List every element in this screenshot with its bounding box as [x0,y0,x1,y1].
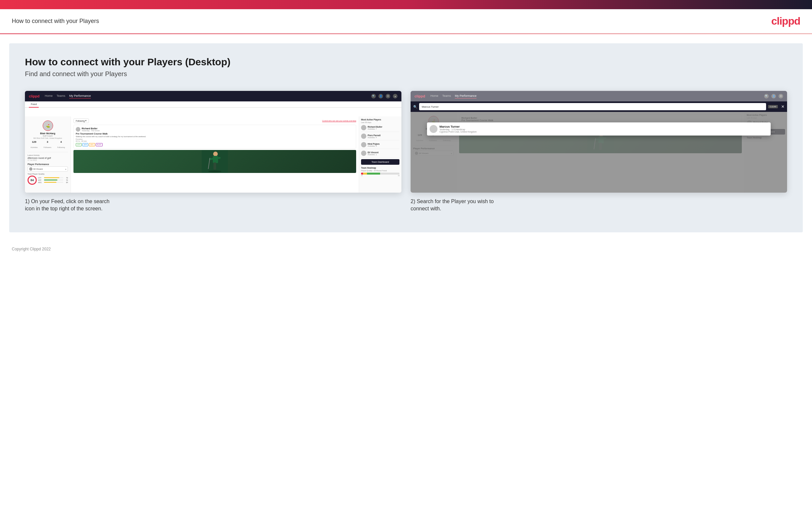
settings-icon-2: ⚙ [778,94,783,98]
player-name-0: Richard Butler [368,126,382,128]
activity-card-header: Richard Butler Yesterday · The Grove [76,127,354,132]
clear-button[interactable]: CLEAR [768,105,778,108]
player-name-3: Eli Vincent [368,151,378,154]
footer: Copyright Clippd 2022 [0,242,812,257]
player-activities-0: Activities: 7 [368,128,382,130]
following-button[interactable]: Following ▾ [74,119,89,123]
heatmap-label-left: -5 [361,175,363,176]
search-result-dropdown: Marcus Turner Yesterday · 1-5 Handicap C… [427,122,771,135]
nav-my-performance[interactable]: My Performance [69,94,91,98]
profile-role: Golf Coach [28,135,68,137]
nav-items-1: Home Teams My Performance [45,94,91,98]
app-logo-2: clippd [415,94,425,98]
header: How to connect with your Players clippd [0,9,812,34]
latest-activity-name: Afternoon round of golf [28,157,68,159]
bar-num-app: 70 [64,179,68,181]
card-duration-value: 02 hr : 00 min [76,140,354,142]
app-nav-2: clippd Home Teams My Performance 🔍 👤 ⚙ [411,91,787,101]
stat-followers: 3 Followers [44,140,51,149]
bar-track-app [44,179,63,180]
team-dashboard-button[interactable]: Team Dashboard [361,159,399,165]
close-icon[interactable]: ✕ [781,104,784,109]
player-name-2: Hiral Pujara [368,143,379,145]
score-bar-arg: ARG 64 [38,181,68,183]
team-heatmap-title: Team Heatmap [361,167,399,169]
player-select[interactable]: Eli Vincent ▾ [28,166,68,172]
caption-2: 2) Search for the Player you wish toconn… [411,198,787,213]
search-input[interactable]: Marcus Turner [419,103,766,110]
stat-following-label: Following [57,146,65,148]
avatar: ⛳ [43,120,53,131]
control-link[interactable]: Control who can see your activity and da… [322,120,356,122]
player-select-avatar [29,167,33,171]
nav-teams[interactable]: Teams [56,94,65,98]
feed-tab-label[interactable]: Feed [29,101,39,108]
search-overlay: Marcus Turner Yesterday · 1-5 Handicap C… [411,101,787,193]
search-icon[interactable]: 🔍 [371,94,376,98]
nav-home[interactable]: Home [45,94,52,98]
svg-point-6 [208,170,221,172]
player-perf-title: Player Performance [28,163,68,165]
search-result-avatar [430,125,437,133]
latest-activity-label: Latest Activity [28,154,68,156]
right-panel-1: Most Active Players Last 30 days Richard… [359,117,401,193]
feed-tab-indicator: Feed [25,101,401,108]
latest-activity-date: 27 Jul 2022 [28,159,68,161]
caption-1: 1) On your Feed, click on the searchicon… [25,198,401,213]
feed-body-1: ⛳ Blair McHarg Golf Coach Mill Ride Golf… [25,117,401,193]
search-result-item[interactable]: Marcus Turner Yesterday · 1-5 Handicap C… [430,125,768,133]
card-tags: OTT APP ARG PUTT [76,143,354,146]
player-avatar-3 [361,151,366,156]
quality-score: 84 OTT 79 [28,176,68,185]
search-icon-3: 🔍 [413,105,417,109]
top-bar [0,0,812,9]
search-result-sub1: Yesterday · 1-5 Handicap [439,128,477,131]
nav2-my-performance: My Performance [455,94,477,98]
main-title: How to connect with your Players (Deskto… [25,56,787,68]
player-info-1: Piers Parnell Activities: 4 [368,134,380,138]
footer-text: Copyright Clippd 2022 [12,247,51,251]
search-result-sub2: Cypress Point Club, United Kingdom [439,131,477,133]
player-activities-2: Activities: 3 [368,145,379,147]
player-row-2: Hiral Pujara Activities: 3 [361,142,399,149]
stat-activities-label: Activities [31,146,38,148]
profile-club: Mill Ride Golf Club, United Kingdom [28,137,68,139]
score-bar-ott: OTT 79 [38,177,68,179]
screenshots-row: clippd Home Teams My Performance 🔍 👤 ⚙ ● [25,91,787,213]
score-bar-app: APP 70 [38,179,68,181]
stat-followers-num: 3 [44,140,51,143]
most-active-title: Most Active Players [361,119,399,121]
search-icon-2: 🔍 [764,94,769,98]
player-perf-section: Player Performance Eli Vincent ▾ Total P… [28,163,68,185]
player-row-3: Eli Vincent Activities: 1 [361,151,399,158]
card-avatar-1 [76,127,80,132]
middle-panel-1: Following ▾ Control who can see your act… [71,117,359,193]
following-label: Following [76,120,85,122]
tag-arg: ARG [89,143,95,146]
left-panel-1: ⛳ Blair McHarg Golf Coach Mill Ride Golf… [25,117,71,193]
chevron-down-icon: ▾ [65,168,66,170]
screenshot1-container: clippd Home Teams My Performance 🔍 👤 ⚙ ● [25,91,401,213]
avatar-icon[interactable]: ● [393,94,397,98]
user-icon[interactable]: 👤 [378,94,383,98]
screenshot1-frame: clippd Home Teams My Performance 🔍 👤 ⚙ ● [25,91,401,193]
card-desc: Walking the course with my coach to buil… [76,135,354,137]
card-user-subtitle: Yesterday · The Grove [82,130,100,132]
app-logo-1: clippd [29,94,39,98]
player-info-2: Hiral Pujara Activities: 3 [368,143,379,147]
nav-icons-1: 🔍 👤 ⚙ ● [371,94,397,98]
svg-point-1 [213,152,218,156]
player-avatar-0 [361,125,366,130]
main-content: How to connect with your Players (Deskto… [9,43,803,232]
nav2-teams: Teams [442,94,451,98]
settings-icon[interactable]: ⚙ [386,94,390,98]
user-icon-2: 👤 [771,94,776,98]
bar-num-ott: 79 [64,177,68,179]
screenshot2-container: clippd Home Teams My Performance 🔍 👤 ⚙ 🔍 [411,91,787,213]
player-avatar-1 [361,134,366,139]
tag-app: APP [82,143,88,146]
stat-followers-label: Followers [44,146,51,148]
big-score: 84 [28,176,37,185]
player-activities-1: Activities: 4 [368,136,380,138]
player-row-0: Richard Butler Activities: 7 [361,125,399,132]
